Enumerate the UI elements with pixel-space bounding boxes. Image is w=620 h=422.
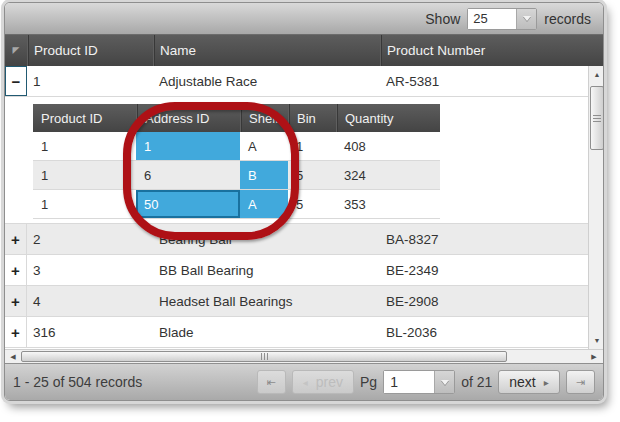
column-header-product-id[interactable]: Product ID — [27, 35, 153, 66]
plus-icon: + — [11, 262, 20, 279]
detail-cell-bin[interactable]: 1 — [288, 132, 336, 160]
collapse-all-icon: ◤ — [13, 46, 20, 55]
next-label: next — [509, 374, 535, 390]
chevron-down-icon — [441, 380, 449, 385]
cell-name: Blade — [153, 317, 380, 347]
first-page-button[interactable]: ⇤ — [257, 370, 286, 394]
detail-cell-address-id[interactable]: 6 — [136, 161, 240, 189]
detail-cell-product-id[interactable]: 1 — [33, 132, 136, 160]
detail-cell-quantity[interactable]: 408 — [336, 132, 440, 160]
detail-cell-shelf[interactable]: A — [240, 132, 288, 160]
prev-label: prev — [316, 374, 343, 390]
vertical-scrollbar-thumb[interactable] — [590, 86, 603, 150]
records-status-text: 1 - 25 of 504 records — [13, 374, 257, 390]
detail-column-header-address-id[interactable]: Address ID — [136, 104, 240, 132]
prev-arrow-icon: ◂ — [303, 377, 308, 388]
next-page-button[interactable]: next▸ — [498, 370, 560, 394]
of-pages-label: of 21 — [461, 374, 492, 390]
detail-cell-product-id[interactable]: 1 — [33, 161, 136, 189]
table-row-product-1[interactable]: − 1 Adjustable Race AR-5381 — [5, 66, 588, 97]
pager-controls: ⇤ ◂prev Pg of 21 next▸ ⇥ — [257, 370, 595, 394]
table-row-product-2[interactable]: + 2 Bearing Ball BA-8327 — [5, 224, 588, 255]
detail-cell-address-id-selected-focused[interactable]: 50 — [136, 190, 240, 218]
detail-column-header-bin[interactable]: Bin — [288, 104, 336, 132]
prev-page-button[interactable]: ◂prev — [292, 370, 354, 394]
chevron-down-icon — [523, 16, 531, 21]
product-grid-window: Show records ◤ Product ID Name Product N… — [4, 2, 604, 401]
detail-row-3[interactable]: 1 50 A 5 353 — [33, 190, 440, 219]
expand-row-button[interactable]: + — [5, 317, 27, 347]
detail-column-header-shelf[interactable]: Shelf — [240, 104, 288, 132]
grid-body: − 1 Adjustable Race AR-5381 Product ID A… — [5, 66, 603, 349]
plus-icon: + — [11, 293, 20, 310]
vertical-scrollbar[interactable]: ▲ ▼ — [588, 66, 603, 349]
page-size-combobox — [467, 8, 537, 30]
detail-grid-header-row: Product ID Address ID Shelf Bin Quantity — [33, 104, 440, 132]
expand-row-button[interactable]: + — [5, 255, 27, 285]
page-size-dropdown-button[interactable] — [516, 9, 536, 29]
show-label: Show — [425, 11, 460, 27]
expand-row-button[interactable]: + — [5, 224, 27, 254]
page-number-dropdown-button[interactable] — [434, 371, 454, 393]
cell-product-number: BE-2349 — [380, 255, 588, 285]
collapse-row-button[interactable]: − — [5, 66, 27, 96]
expand-row-button[interactable]: + — [5, 286, 27, 316]
detail-row-1[interactable]: 1 1 A 1 408 — [33, 132, 440, 161]
detail-cell-shelf-selected[interactable]: B — [240, 161, 288, 189]
detail-column-header-quantity[interactable]: Quantity — [336, 104, 440, 132]
footer-pager-bar: 1 - 25 of 504 records ⇤ ◂prev Pg of 21 n… — [5, 363, 603, 400]
detail-cell-product-id[interactable]: 1 — [33, 190, 136, 218]
table-row-product-4[interactable]: + 4 Headset Ball Bearings BE-2908 — [5, 286, 588, 317]
horizontal-scrollbar-thumb[interactable] — [21, 351, 507, 362]
table-row-product-3[interactable]: + 3 BB Ball Bearing BE-2349 — [5, 255, 588, 286]
cell-product-number: BA-8327 — [380, 224, 588, 254]
plus-icon: + — [11, 324, 20, 341]
detail-cell-quantity[interactable]: 353 — [336, 190, 440, 218]
detail-row-2[interactable]: 1 6 B 5 324 — [33, 161, 440, 190]
detail-grid: Product ID Address ID Shelf Bin Quantity… — [33, 104, 440, 219]
cell-name: Adjustable Race — [153, 66, 380, 96]
detail-cell-bin[interactable]: 5 — [288, 190, 336, 218]
detail-cell-quantity[interactable]: 324 — [336, 161, 440, 189]
plus-icon: + — [11, 231, 20, 248]
horizontal-scrollbar[interactable]: ◀ ▶ — [5, 349, 603, 363]
cell-product-number: BE-2908 — [380, 286, 588, 316]
page-number-input[interactable] — [384, 371, 434, 393]
minus-icon: − — [12, 73, 21, 90]
first-page-icon: ⇤ — [267, 376, 276, 389]
page-label: Pg — [360, 374, 377, 390]
page-size-input[interactable] — [468, 9, 516, 29]
detail-cell-shelf-selected[interactable]: A — [240, 190, 288, 218]
last-page-icon: ⇥ — [576, 376, 585, 389]
scroll-left-arrow-icon[interactable]: ◀ — [6, 350, 20, 363]
cell-product-id: 316 — [27, 317, 153, 347]
detail-cell-bin[interactable]: 5 — [288, 161, 336, 189]
scroll-right-arrow-icon[interactable]: ▶ — [587, 350, 601, 363]
next-arrow-icon: ▸ — [544, 377, 549, 388]
detail-cell-address-id-selected[interactable]: 1 — [136, 132, 240, 160]
cell-name: BB Ball Bearing — [153, 255, 380, 285]
grid-header-row: ◤ Product ID Name Product Number — [5, 35, 603, 66]
page-number-combobox — [383, 370, 455, 394]
screenshot-stage: Show records ◤ Product ID Name Product N… — [0, 0, 620, 422]
collapse-all-header-cell[interactable]: ◤ — [5, 35, 27, 66]
detail-column-header-product-id[interactable]: Product ID — [33, 104, 136, 132]
cell-product-number: AR-5381 — [380, 66, 588, 96]
cell-product-id: 2 — [27, 224, 153, 254]
toolbar: Show records — [5, 3, 603, 35]
last-page-button[interactable]: ⇥ — [566, 370, 595, 394]
cell-product-id: 1 — [27, 66, 153, 96]
cell-product-number: BL-2036 — [380, 317, 588, 347]
column-header-product-number[interactable]: Product Number — [380, 35, 603, 66]
cell-product-id: 3 — [27, 255, 153, 285]
detail-row: Product ID Address ID Shelf Bin Quantity… — [5, 97, 588, 224]
scroll-up-arrow-icon[interactable]: ▲ — [589, 67, 603, 82]
table-row-product-316[interactable]: + 316 Blade BL-2036 — [5, 317, 588, 348]
records-label: records — [544, 11, 591, 27]
grid-rows: − 1 Adjustable Race AR-5381 Product ID A… — [5, 66, 588, 349]
cell-name: Headset Ball Bearings — [153, 286, 380, 316]
column-header-name[interactable]: Name — [153, 35, 380, 66]
scroll-down-arrow-icon[interactable]: ▼ — [589, 333, 603, 348]
cell-product-id: 4 — [27, 286, 153, 316]
cell-name: Bearing Ball — [153, 224, 380, 254]
